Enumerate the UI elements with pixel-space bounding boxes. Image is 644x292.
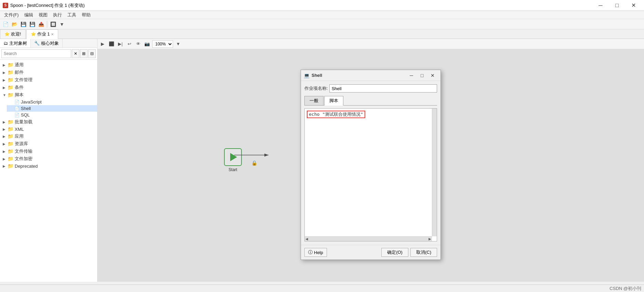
menu-file[interactable]: 文件(F) (1, 11, 22, 19)
dialog-shell-icon: 💻 (304, 73, 310, 78)
dialog-close-button[interactable]: ✕ (428, 72, 438, 79)
dialog-title-bar: 💻 Shell ─ □ ✕ (301, 70, 441, 81)
tree-label-filetransfer: 文件传输 (15, 148, 32, 154)
arrow-deprecated: ▶ (3, 164, 8, 168)
folder-fileencrypt-icon: 📁 (8, 156, 13, 162)
dialog-job-name-row: 作业项名称: (304, 84, 437, 93)
arrow-app: ▶ (3, 135, 8, 138)
menu-tools[interactable]: 工具 (65, 11, 79, 19)
open-button[interactable]: 📂 (10, 20, 18, 28)
tree-item-general[interactable]: ▶ 📁 通用 (0, 61, 97, 69)
arrow-xml: ▶ (3, 127, 8, 131)
tree-children-script: 📄 JavaScript 📄 Shell 📄 SQL (0, 99, 97, 118)
arrow-fileencrypt: ▶ (3, 157, 8, 161)
save-as-button[interactable]: 💾 (28, 20, 36, 28)
replay-button[interactable]: ↩ (126, 40, 133, 48)
title-bar-title: Spoon - [testConnect] 作业 1 (有变动) (10, 2, 84, 9)
zoom-dropdown-btn[interactable]: ▼ (174, 40, 182, 48)
dialog-footer: ⓘ Help 确定(O) 取消(C) (301, 245, 441, 260)
search-clear-button[interactable]: ✕ (72, 49, 79, 58)
work-tab-close[interactable]: ✕ (51, 32, 54, 36)
menu-help[interactable]: 帮助 (79, 11, 93, 19)
arrow-condition: ▶ (3, 86, 8, 89)
snapshot-button[interactable]: 📷 (143, 40, 151, 48)
tab-bar-top: ⭐ 欢迎! ⭐ 作业 1 ✕ (0, 29, 644, 39)
tree-label-sql: SQL (21, 112, 30, 117)
tree-item-repo[interactable]: ▶ 📁 资源库 (0, 140, 97, 148)
maximize-button[interactable]: □ (609, 0, 625, 11)
sidebar-tab-main[interactable]: 🗂 主对象树 (0, 39, 31, 47)
preview-button[interactable]: 👁 (134, 40, 142, 48)
dialog-body: 作业项名称: 一般 脚本 echo "测试联合使用情况" (301, 81, 441, 245)
tree-item-script[interactable]: ▼ 📁 脚本 (0, 91, 97, 99)
help-button[interactable]: ⓘ Help (304, 248, 327, 257)
run-button[interactable]: ▶ (99, 40, 106, 48)
tree-item-filemanager[interactable]: ▶ 📁 文件管理 (0, 76, 97, 84)
menu-view[interactable]: 视图 (36, 11, 50, 19)
tree-item-batchload[interactable]: ▶ 📁 批量加载 (0, 118, 97, 126)
save-button[interactable]: 💾 (19, 20, 27, 28)
scroll-right-arrow[interactable]: ▶ (428, 237, 432, 241)
title-bar-left: S Spoon - [testConnect] 作业 1 (有变动) (3, 2, 84, 9)
scrollbar-horizontal[interactable]: ◀ ▶ (305, 236, 432, 241)
canvas-content[interactable]: Start 🔒 💻 (97, 49, 644, 282)
tree-item-xml[interactable]: ▶ 📁 XML (0, 126, 97, 133)
ok-button[interactable]: 确定(O) (381, 248, 408, 257)
tree-item-javascript[interactable]: 📄 JavaScript (7, 99, 97, 105)
tree-label-script: 脚本 (15, 92, 24, 98)
folder-mail-icon: 📁 (8, 70, 13, 75)
job-name-input[interactable] (329, 84, 437, 93)
tree-item-mail[interactable]: ▶ 📁 邮件 (0, 69, 97, 76)
scroll-left-arrow[interactable]: ◀ (305, 237, 309, 241)
script-area-wrapper: echo "测试联合使用情况" ◀ ▶ (304, 108, 437, 241)
canvas-area: ▶ ⬛ ▶| ↩ 👁 📷 100% ▼ Start (97, 39, 644, 282)
run-step-button[interactable]: ▶| (117, 40, 124, 48)
dialog-tab-script[interactable]: 脚本 (324, 96, 343, 106)
tree-label-shell: Shell (21, 106, 31, 111)
tree-item-shell[interactable]: 📄 Shell (7, 105, 97, 112)
main-toolbar: 📄 📂 💾 💾 📤 🔲 ▼ (0, 19, 644, 29)
core-obj-label: 核心对象 (41, 40, 59, 46)
tree-item-fileencrypt[interactable]: ▶ 📁 文件加密 (0, 155, 97, 163)
menu-edit[interactable]: 编辑 (22, 11, 36, 19)
arrow-mail: ▶ (3, 71, 8, 74)
dialog-tab-general[interactable]: 一般 (304, 96, 324, 105)
sidebar-tab-core[interactable]: 🔧 核心对象 (31, 39, 63, 47)
scrollbar-vertical[interactable] (432, 109, 437, 236)
arrow-script: ▼ (3, 93, 8, 97)
dialog-action-buttons: 确定(O) 取消(C) (381, 248, 437, 257)
layers-down[interactable]: ▼ (58, 20, 66, 28)
search-expand-button[interactable]: ⊞ (80, 49, 88, 58)
menu-bar: 文件(F) 编辑 视图 执行 工具 帮助 (0, 11, 644, 19)
title-bar: S Spoon - [testConnect] 作业 1 (有变动) ─ □ ✕ (0, 0, 644, 11)
status-bar: CSDN @初小刊 (0, 284, 644, 292)
welcome-tab-label: 欢迎! (11, 31, 21, 37)
menu-run[interactable]: 执行 (50, 11, 65, 19)
search-input[interactable] (1, 49, 71, 58)
zoom-select[interactable]: 100% (152, 40, 173, 48)
tree-item-app[interactable]: ▶ 📁 应用 (0, 133, 97, 140)
help-label: Help (314, 250, 323, 255)
export-button[interactable]: 📤 (37, 20, 45, 28)
search-collapse-button[interactable]: ⊟ (88, 49, 96, 58)
cancel-button[interactable]: 取消(C) (410, 248, 437, 257)
dialog-minimize-button[interactable]: ─ (406, 72, 417, 79)
tree-item-filetransfer[interactable]: ▶ 📁 文件传输 (0, 148, 97, 155)
tree-item-sql[interactable]: 📄 SQL (7, 112, 97, 118)
new-button[interactable]: 📄 (1, 20, 10, 28)
tree-label-repo: 资源库 (15, 141, 28, 147)
tree-item-deprecated[interactable]: ▶ 📁 Deprecated (0, 163, 97, 169)
file-shell-icon: 📄 (14, 106, 19, 111)
tab-work[interactable]: ⭐ 作业 1 ✕ (26, 29, 58, 39)
dialog-maximize-button[interactable]: □ (417, 72, 427, 79)
main-tree-icon: 🗂 (3, 41, 8, 46)
layers-button[interactable]: 🔲 (49, 20, 57, 28)
tree-label-xml: XML (15, 127, 24, 132)
tree-item-condition[interactable]: ▶ 📁 条件 (0, 84, 97, 91)
tab-welcome[interactable]: ⭐ 欢迎! (0, 29, 26, 39)
work-tab-icon: ⭐ (31, 32, 36, 37)
minimize-button[interactable]: ─ (593, 0, 608, 11)
script-textarea[interactable] (307, 111, 424, 234)
close-button[interactable]: ✕ (626, 0, 641, 11)
stop-button[interactable]: ⬛ (108, 40, 115, 48)
